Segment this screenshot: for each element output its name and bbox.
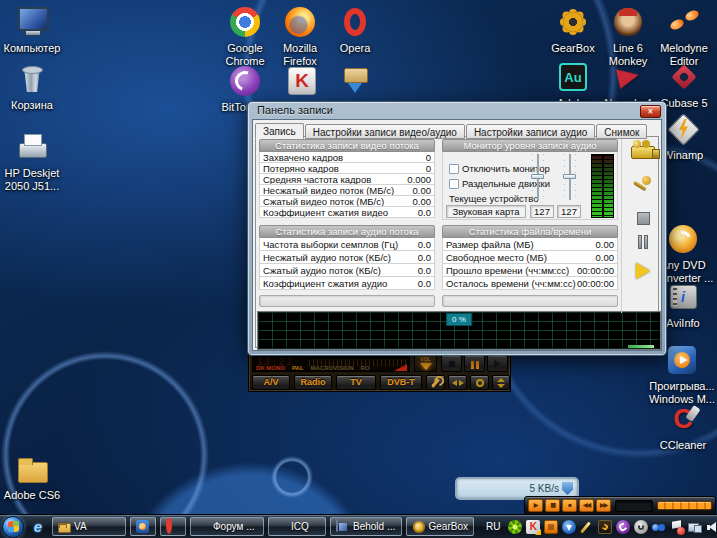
desktop-icon-printer[interactable]: HP Deskjet 2050 J51... <box>0 130 64 193</box>
desktop-icon-opera[interactable]: Opera <box>327 5 383 55</box>
tv-timer-button[interactable] <box>470 375 489 390</box>
language-indicator[interactable]: RU <box>482 521 504 532</box>
tv-tv-button[interactable]: TV <box>336 375 376 390</box>
slider-thumb[interactable] <box>531 174 544 179</box>
monkey-icon <box>614 8 642 36</box>
tab-record[interactable]: Запись <box>255 123 304 139</box>
desktop-icon-gearbox[interactable]: GearBox <box>545 5 601 55</box>
network-tray-icon[interactable] <box>688 520 702 534</box>
desktop: Компьютер Корзина HP Deskjet 2050 J51...… <box>0 0 717 538</box>
play-button[interactable] <box>627 257 659 285</box>
tab-video-audio-settings[interactable]: Настройки записи видео/аудио <box>305 124 465 139</box>
stat-value: 0.000 <box>407 174 431 185</box>
desktop-icon-computer[interactable]: Компьютер <box>0 5 64 55</box>
desktop-icon-label: Adobe CS6 <box>0 489 64 502</box>
tv-dvbt-button[interactable]: DVB-T <box>380 375 422 390</box>
player-rewind-button[interactable]: ◀◀ <box>579 499 594 512</box>
tv-swap-button[interactable] <box>448 375 467 390</box>
desktop-icon-adobe-cs6[interactable]: Adobe CS6 <box>0 452 64 502</box>
tv-settings-button[interactable] <box>426 375 445 390</box>
current-device-field[interactable]: Звуковая карта <box>446 205 526 218</box>
tv-radio-button[interactable]: Radio <box>294 375 332 390</box>
stat-value: 0.00 <box>596 239 615 250</box>
desktop-icon-recycle-bin[interactable]: Корзина <box>0 62 64 112</box>
desktop-icon-chrome[interactable]: Google Chrome <box>217 5 273 68</box>
ie-quicklaunch[interactable]: e <box>28 518 48 536</box>
stat-label: Средняя частота кадров <box>263 174 371 185</box>
binoculars-tray-icon[interactable] <box>652 520 666 534</box>
icq-tray-icon[interactable] <box>508 520 522 534</box>
progress-graph: 0 % <box>257 311 661 350</box>
graph-marker <box>628 345 654 348</box>
desktop-icon-line6-monkey[interactable]: Line 6 Monkey <box>600 5 656 68</box>
tv-volume-button[interactable]: VOL <box>414 355 437 372</box>
pen-tray-icon[interactable] <box>580 520 594 534</box>
start-button[interactable] <box>2 516 24 538</box>
media-player-icon <box>668 346 696 374</box>
wmp-icon <box>136 520 149 533</box>
player-play-button[interactable]: ▶ <box>528 499 543 512</box>
slider-thumb[interactable] <box>563 174 576 179</box>
tv-channel-button[interactable] <box>492 375 510 390</box>
gearbox-tray-icon[interactable] <box>598 520 612 534</box>
mini-player: ▶ ▮▮ ■ ◀◀ ▶▶ <box>524 496 716 515</box>
player-stop-button[interactable]: ■ <box>562 499 577 512</box>
player-pause-button[interactable]: ▮▮ <box>545 499 560 512</box>
tv-pause-button[interactable] <box>464 355 485 372</box>
bittorrent-tray-icon[interactable] <box>616 520 630 534</box>
clock-icon <box>476 379 484 387</box>
left-volume-slider[interactable] <box>531 154 545 200</box>
tab-snapshot[interactable]: Снимок <box>596 124 647 139</box>
tv-macrovision-label: MACROVISION <box>311 365 354 371</box>
close-button[interactable]: × <box>640 105 661 118</box>
taskbar-button-gearbox[interactable]: GearBox <box>406 517 474 536</box>
player-volume-bar[interactable] <box>657 501 712 510</box>
camera-icon <box>631 146 655 159</box>
stat-label: Коэффициент сжатия аудио <box>263 278 387 289</box>
stat-row: Свободное место (МБ)0.00 <box>442 251 618 264</box>
video-stats-group: Статистика записи видео потока Захвачено… <box>259 139 435 218</box>
record-audio-button[interactable] <box>627 171 659 199</box>
grey-app-tray-icon[interactable] <box>634 520 648 534</box>
pause-button[interactable] <box>627 230 659 258</box>
tab-audio-settings[interactable]: Настройки записи аудио <box>466 124 595 139</box>
desktop-icon-melodyne[interactable]: Melodyne Editor <box>652 5 716 68</box>
taskbar-button-icq[interactable]: ICQ <box>268 517 326 536</box>
stat-value: 0.0 <box>418 278 431 289</box>
dialog-titlebar[interactable]: Панель записи × <box>248 102 666 119</box>
windows-logo-icon <box>8 521 19 533</box>
action-center-flag-icon[interactable] <box>670 520 684 534</box>
kaspersky-icon: K <box>288 67 316 95</box>
winamp-icon <box>666 112 700 146</box>
stat-label: Прошло времени (чч:мм:сс) <box>446 265 569 276</box>
orange-app-tray-icon[interactable] <box>544 520 558 534</box>
tv-osd-display: 13:22 DK MONO PAL MACROVISION RO <box>252 356 410 372</box>
desktop-icon-label: Компьютер <box>0 42 64 55</box>
taskbar-button-forum[interactable]: Форум ... <box>190 517 264 536</box>
right-volume-slider[interactable] <box>563 154 577 200</box>
tv-play-button[interactable] <box>487 355 508 372</box>
stat-label: Несжатый видео поток (МБ/с) <box>263 185 394 196</box>
taskbar-button-opera[interactable] <box>160 517 186 536</box>
player-forward-button[interactable]: ▶▶ <box>596 499 611 512</box>
desktop-icon-ccleaner[interactable]: C CCleaner <box>651 402 715 452</box>
stat-row: Осталось времени (чч:мм:сс)00:00:00 <box>442 277 618 290</box>
dvd-converter-icon <box>669 225 697 253</box>
stat-row: Средняя частота кадров0.000 <box>259 174 435 185</box>
desktop-icon-firefox[interactable]: Mozilla Firefox <box>272 5 328 68</box>
stat-value: 0 <box>426 163 431 174</box>
taskbar-button-va[interactable]: VA <box>52 517 126 536</box>
download-manager-tray-icon[interactable] <box>562 520 576 534</box>
record-video-button[interactable] <box>627 138 659 166</box>
status-bar-right <box>442 295 618 307</box>
tv-av-button[interactable]: A/V <box>252 375 290 390</box>
shield-icon <box>562 482 573 495</box>
taskbar-button-wmp[interactable] <box>130 517 156 536</box>
tv-stop-button[interactable] <box>441 355 462 372</box>
taskbar-button-behold[interactable]: Behold ... <box>330 517 402 536</box>
stop-icon <box>637 212 650 225</box>
speaker-tray-icon[interactable] <box>706 520 717 534</box>
kaspersky-tray-icon[interactable]: K <box>526 520 540 534</box>
stop-button[interactable] <box>627 204 659 232</box>
volume-wedge-icon <box>394 364 407 371</box>
